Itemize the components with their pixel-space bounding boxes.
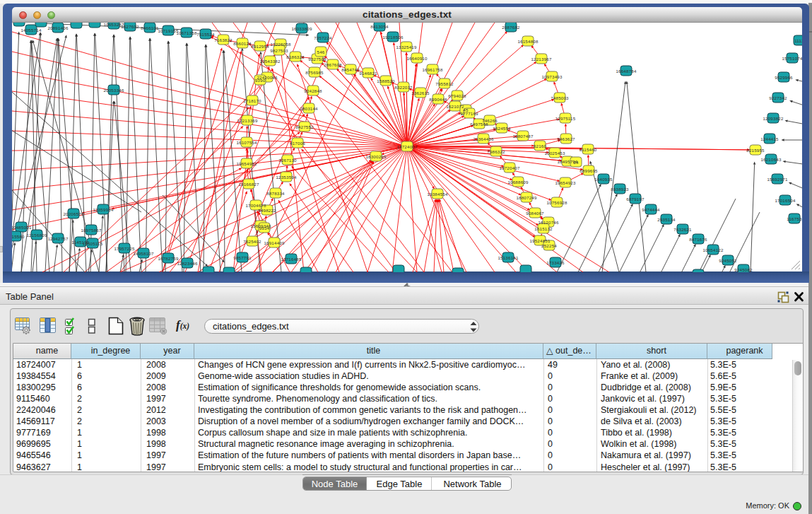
svg-text:16107554: 16107554	[236, 140, 257, 145]
svg-text:7485003: 7485003	[551, 95, 569, 100]
svg-text:18724007: 18724007	[396, 144, 417, 149]
svg-text:116753: 116753	[787, 216, 802, 221]
svg-text:20053346: 20053346	[103, 88, 124, 93]
svg-text:6899695: 6899695	[579, 168, 598, 173]
svg-text:9245082: 9245082	[734, 267, 753, 272]
svg-text:7955812: 7955812	[435, 81, 454, 86]
svg-text:62160: 62160	[534, 144, 547, 148]
svg-text:2087682: 2087682	[502, 25, 520, 30]
svg-text:7163822: 7163822	[214, 37, 233, 42]
svg-text:8413054: 8413054	[370, 24, 389, 29]
svg-text:9474444: 9474444	[642, 207, 660, 212]
svg-text:15692971: 15692971	[767, 177, 787, 182]
svg-text:19384554: 19384554	[427, 192, 447, 197]
svg-text:15136141: 15136141	[498, 255, 518, 260]
svg-text:04: 04	[573, 160, 579, 165]
svg-text:252254: 252254	[541, 243, 557, 248]
svg-text:9146821: 9146821	[359, 71, 377, 76]
svg-text:2867608: 2867608	[324, 62, 342, 67]
svg-text:12823446: 12823446	[177, 261, 197, 266]
svg-text:10025453: 10025453	[544, 151, 565, 156]
svg-text:12353594: 12353594	[276, 175, 296, 180]
svg-text:2803144: 2803144	[300, 106, 318, 111]
svg-text:1527602: 1527602	[121, 24, 139, 29]
svg-text:9777169: 9777169	[460, 111, 478, 116]
svg-text:8756985: 8756985	[305, 70, 324, 75]
svg-text:9827503: 9827503	[270, 48, 288, 53]
svg-text:3915580: 3915580	[12, 234, 25, 239]
svg-text:8990448: 8990448	[429, 97, 447, 102]
svg-text:9245052: 9245052	[719, 258, 737, 263]
svg-text:417006: 417006	[290, 141, 305, 146]
svg-text:19524851: 19524851	[529, 238, 550, 243]
svg-text:746266: 746266	[482, 118, 498, 123]
svg-text:8466101: 8466101	[141, 25, 159, 30]
svg-text:17957225: 17957225	[114, 246, 134, 251]
svg-text:18300295: 18300295	[365, 154, 386, 159]
svg-text:15751074: 15751074	[782, 56, 802, 61]
svg-text:9084067: 9084067	[526, 211, 544, 216]
svg-text:19166827: 19166827	[238, 182, 259, 187]
svg-text:1733426: 1733426	[546, 260, 565, 265]
svg-text:2718170: 2718170	[243, 98, 261, 103]
svg-text:546: 546	[317, 49, 325, 54]
svg-text:9115460: 9115460	[579, 147, 596, 152]
svg-text:8471676: 8471676	[689, 237, 707, 242]
svg-text:8454749: 8454749	[341, 67, 360, 72]
svg-text:16640910: 16640910	[406, 56, 427, 61]
svg-text:13716485: 13716485	[281, 257, 301, 262]
svg-text:14958107: 14958107	[133, 251, 153, 256]
svg-text:12213967: 12213967	[531, 57, 551, 62]
svg-text:17016504: 17016504	[775, 198, 795, 203]
svg-text:2935134: 2935134	[657, 217, 676, 222]
svg-text:16914409: 16914409	[264, 240, 284, 245]
svg-text:12213369: 12213369	[237, 118, 257, 123]
svg-text:8186328: 8186328	[286, 54, 305, 59]
svg-text:16120746: 16120746	[538, 220, 558, 225]
svg-text:8660124: 8660124	[233, 41, 252, 46]
svg-text:19654923: 19654923	[555, 180, 575, 185]
svg-text:1244415: 1244415	[760, 136, 779, 141]
svg-text:21364436: 21364436	[473, 136, 493, 141]
svg-text:14055714: 14055714	[20, 28, 41, 33]
svg-text:3624554: 3624554	[493, 126, 511, 131]
svg-text:10975867: 10975867	[81, 228, 101, 233]
svg-text:7515524: 7515524	[196, 32, 215, 37]
svg-text:16210643: 16210643	[760, 157, 781, 162]
svg-text:6794028: 6794028	[448, 93, 466, 98]
svg-text:1112: 1112	[794, 38, 802, 43]
svg-text:10807487: 10807487	[512, 134, 533, 139]
svg-text:10671358: 10671358	[176, 30, 196, 35]
svg-text:9463627: 9463627	[557, 136, 575, 141]
svg-text:16033809: 16033809	[291, 26, 312, 31]
svg-text:9242848: 9242848	[304, 88, 322, 93]
svg-text:7632621: 7632621	[673, 227, 692, 232]
svg-text:17004678: 17004678	[245, 203, 266, 208]
svg-text:19218506: 19218506	[382, 35, 403, 40]
svg-text:1621072: 1621072	[446, 104, 464, 109]
svg-text:6879197: 6879197	[626, 197, 645, 201]
svg-text:16154808: 16154808	[517, 39, 538, 44]
svg-text:8878334: 8878334	[266, 191, 285, 196]
svg-text:8427552: 8427552	[295, 124, 314, 129]
svg-text:7357224: 7357224	[314, 35, 332, 40]
svg-text:1588520: 1588520	[377, 78, 395, 83]
svg-text:8912954: 8912954	[251, 44, 269, 49]
svg-text:10688609: 10688609	[507, 180, 528, 185]
svg-text:10973493: 10973493	[541, 74, 562, 79]
svg-text:13226058: 13226058	[270, 42, 290, 47]
svg-text:20206576: 20206576	[63, 211, 83, 216]
svg-text:10543382: 10543382	[259, 59, 280, 64]
svg-text:12975115: 12975115	[555, 116, 576, 121]
svg-text:7625402: 7625402	[243, 239, 261, 244]
svg-text:5498222: 5498222	[258, 208, 276, 213]
svg-text:8938923: 8938923	[611, 187, 629, 192]
svg-text:1362615: 1362615	[411, 90, 430, 95]
svg-text:10654122: 10654122	[702, 247, 723, 252]
svg-text:18807249: 18807249	[516, 195, 536, 200]
svg-text:12942757: 12942757	[47, 236, 68, 241]
svg-text:9390: 9390	[255, 78, 266, 83]
svg-text:8215955: 8215955	[746, 148, 765, 153]
svg-text:9934: 9934	[259, 226, 270, 230]
svg-text:10756928: 10756928	[546, 200, 567, 205]
